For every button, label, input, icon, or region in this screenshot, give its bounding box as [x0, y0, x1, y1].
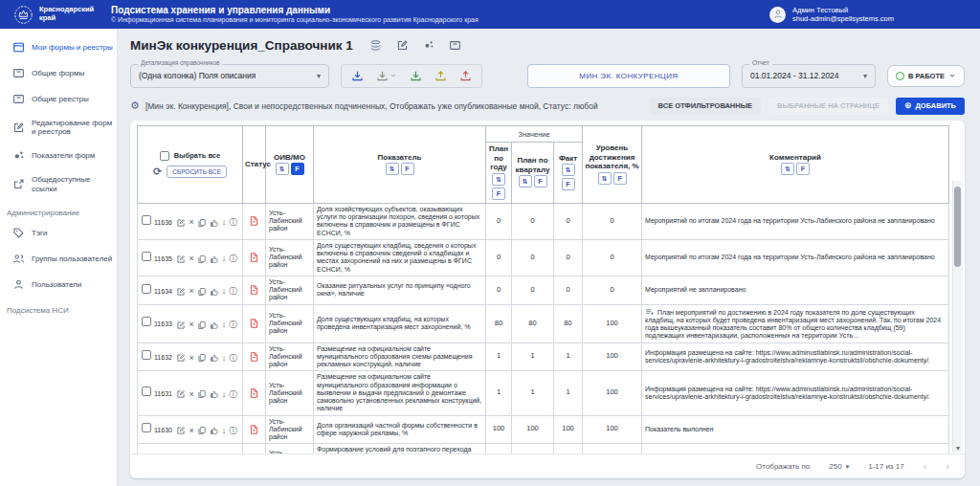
- report-select[interactable]: Отчет 01.01.2024 - 31.12.2024 ▾: [742, 64, 876, 88]
- filter-icon[interactable]: F: [534, 175, 547, 188]
- copy-icon[interactable]: [197, 254, 207, 264]
- sidebar-item[interactable]: Общие реестры: [0, 86, 117, 112]
- document-icon[interactable]: [249, 215, 259, 227]
- info-icon[interactable]: ⓘ: [229, 353, 237, 363]
- import-icon[interactable]: [459, 70, 472, 82]
- upload-icon[interactable]: [434, 70, 447, 82]
- document-icon[interactable]: [249, 284, 259, 296]
- download-icon[interactable]: ↓: [222, 254, 227, 263]
- sidebar-item[interactable]: Общедоступные ссылки: [0, 168, 117, 199]
- info-icon[interactable]: ⓘ: [229, 217, 237, 227]
- copy-icon[interactable]: [197, 320, 207, 330]
- edit-icon[interactable]: [176, 287, 186, 297]
- row-checkbox[interactable]: [142, 284, 151, 294]
- delete-icon[interactable]: ×: [189, 353, 193, 363]
- approve-icon[interactable]: [210, 389, 219, 399]
- status-dropdown-button[interactable]: В РАБОТЕ: [887, 65, 965, 87]
- prev-page-button[interactable]: ‹: [924, 461, 927, 472]
- gear-icon[interactable]: ⚙: [130, 100, 140, 111]
- all-filtered-button[interactable]: ВСЕ ОТФИЛЬТРОВАННЫЕ: [650, 98, 761, 115]
- edit-icon[interactable]: [176, 389, 186, 399]
- copy-icon[interactable]: [197, 426, 207, 435]
- document-icon[interactable]: [249, 387, 259, 399]
- layers-icon[interactable]: [369, 39, 382, 52]
- filter-icon[interactable]: F: [613, 172, 627, 185]
- row-checkbox[interactable]: [142, 350, 151, 360]
- delete-icon[interactable]: ×: [189, 320, 193, 329]
- row-checkbox[interactable]: [142, 423, 151, 432]
- delete-icon[interactable]: ×: [189, 254, 193, 263]
- sidebar-item[interactable]: Показатели форм: [0, 143, 117, 168]
- row-checkbox[interactable]: [142, 252, 151, 261]
- add-button[interactable]: ⊕ ДОБАВИТЬ: [896, 98, 965, 115]
- sort-icon[interactable]: ⇅: [386, 163, 399, 175]
- refresh-icon[interactable]: ⟳: [153, 166, 162, 177]
- document-icon[interactable]: [249, 252, 259, 263]
- sidebar-item[interactable]: Группы пользователей: [0, 246, 117, 272]
- info-icon[interactable]: ⓘ: [229, 320, 237, 329]
- delete-icon[interactable]: ×: [189, 286, 193, 296]
- edit-icon[interactable]: [176, 320, 186, 330]
- sort-icon[interactable]: ⇅: [562, 164, 575, 176]
- sort-icon[interactable]: ⇅: [519, 175, 532, 188]
- page-size-select[interactable]: 250 ▾: [829, 462, 849, 471]
- approve-icon[interactable]: [210, 218, 219, 228]
- edit-icon[interactable]: [176, 353, 186, 363]
- sidebar-item[interactable]: Мои формы и реестры: [0, 34, 117, 60]
- sort-icon[interactable]: ⇅: [492, 173, 505, 186]
- info-icon[interactable]: ⓘ: [229, 254, 237, 263]
- row-checkbox[interactable]: [142, 317, 151, 326]
- sidebar-item[interactable]: Общие формы: [0, 60, 117, 86]
- approve-icon[interactable]: [210, 287, 219, 297]
- download-options-button[interactable]: [376, 70, 397, 82]
- select-all-checkbox[interactable]: [160, 151, 169, 161]
- sidebar-item[interactable]: Редактирование форм и реестров: [0, 112, 117, 143]
- avatar[interactable]: [769, 7, 786, 23]
- copy-icon[interactable]: [197, 287, 207, 297]
- download-icon[interactable]: ↓: [222, 426, 227, 435]
- download-icon[interactable]: ↓: [222, 286, 227, 296]
- scroll-down-arrow[interactable]: ▼: [953, 445, 963, 452]
- download-icon[interactable]: [410, 70, 422, 82]
- document-icon[interactable]: [249, 424, 259, 435]
- user-menu[interactable]: Админ Тестовый shud-admin@spellsystems.c…: [769, 6, 894, 24]
- edit-icon[interactable]: [396, 39, 409, 52]
- row-checkbox[interactable]: [142, 387, 151, 396]
- scrollbar-thumb[interactable]: [954, 187, 961, 267]
- download-icon[interactable]: ↓: [222, 353, 227, 363]
- sidebar-item[interactable]: Тэги: [0, 220, 117, 246]
- sidebar-item[interactable]: Пользователи: [0, 272, 117, 298]
- vertical-scrollbar[interactable]: ▼: [952, 181, 963, 453]
- edit-icon[interactable]: [176, 254, 186, 264]
- approve-icon[interactable]: [210, 426, 219, 435]
- filter-icon[interactable]: F: [291, 163, 304, 175]
- filter-icon[interactable]: F: [796, 163, 810, 175]
- info-icon[interactable]: ⓘ: [229, 426, 237, 435]
- filter-icon[interactable]: F: [562, 178, 575, 190]
- document-icon[interactable]: [249, 351, 259, 363]
- edit-icon[interactable]: [176, 218, 186, 228]
- download-icon[interactable]: ↓: [222, 389, 227, 399]
- sort-icon[interactable]: ⇅: [781, 163, 794, 175]
- delete-icon[interactable]: ×: [189, 426, 193, 435]
- download-icon[interactable]: ↓: [222, 320, 227, 329]
- note-plus-icon[interactable]: [645, 307, 655, 317]
- edit-icon[interactable]: [176, 426, 186, 435]
- copy-icon[interactable]: [197, 218, 207, 228]
- download-icon[interactable]: ↓: [222, 217, 227, 227]
- delete-icon[interactable]: ×: [189, 389, 193, 399]
- filter-icon[interactable]: F: [401, 163, 414, 175]
- next-page-button[interactable]: ›: [946, 461, 949, 472]
- copy-icon[interactable]: [197, 353, 207, 363]
- delete-icon[interactable]: ×: [189, 217, 193, 227]
- filter-icon[interactable]: F: [492, 188, 505, 200]
- copy-icon[interactable]: [197, 389, 207, 399]
- info-icon[interactable]: ⓘ: [229, 389, 237, 399]
- sort-icon[interactable]: ⇅: [598, 172, 612, 185]
- detail-select[interactable]: Детализация справочников (Одна колонка) …: [130, 64, 329, 88]
- reset-all-button[interactable]: СБРОСИТЬ ВСЕ: [167, 166, 227, 178]
- archive-icon[interactable]: [449, 39, 461, 52]
- document-icon[interactable]: [249, 318, 259, 329]
- sort-icon[interactable]: ⇅: [276, 163, 289, 175]
- export-icon[interactable]: [351, 70, 364, 82]
